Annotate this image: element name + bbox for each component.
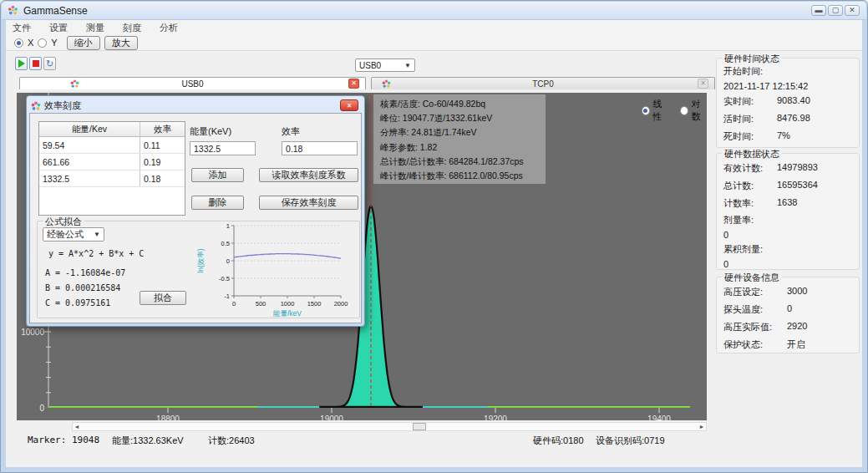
log-scale-radio[interactable] [680,106,688,115]
device-select[interactable]: USB0 ▼ [355,58,415,72]
svg-text:10000: 10000 [21,328,44,337]
axis-y-radio[interactable] [38,38,47,48]
title-bar[interactable]: GammaSense ▬ ▢ ✕ [2,2,866,20]
dialog-title: 效率刻度 [44,99,81,112]
dialog-client-area: 能量/Kev 效率 59.54 0.11 661.66 0.19 1332.5 … [29,113,362,323]
col-eff-header[interactable]: 效率 [140,122,185,136]
hv-actual-label: 高压实际值: [723,321,787,333]
device-select-value: USB0 [359,61,381,70]
linear-scale-radio[interactable] [642,106,650,115]
real-time-label: 实时间: [723,95,777,108]
zoom-out-button[interactable]: 缩小 [67,36,100,50]
scale-radio-group: 线性 对数 [642,98,707,123]
protect-state-row: 保护状态: 开启 [717,336,859,353]
hardware-data-group: 硬件数据状态 有效计数: 14979893 总计数: 16595364 计数率:… [716,153,860,270]
hv-set-label: 高压设定: [723,286,787,298]
axis-x-label: X [28,38,33,48]
menu-measure[interactable]: 测量 [86,22,104,34]
chevron-down-icon: ▼ [94,231,100,238]
count-rate-value: 1638 [777,197,797,210]
dead-time-value: 7% [777,130,790,143]
menu-calibration[interactable]: 刻度 [123,22,141,34]
efficiency-curve-chart: 10.50-0.5-10500100015002000ln(效率)能量/keV [195,222,360,318]
start-button[interactable] [15,57,28,70]
menu-file[interactable]: 文件 [13,22,31,34]
tab-tcp0-icon [382,79,391,89]
tab-usb0[interactable]: USB0 ✕ [19,77,366,89]
cell-eff: 0.18 [140,170,185,186]
scroll-right-icon[interactable]: ► [698,423,706,430]
window-title: GammaSense [23,5,88,17]
overlay-total-counts: 总计数/总计数率: 684284.1/82.37cps [380,155,539,169]
energy-input[interactable]: 1332.5 [190,141,256,155]
table-row[interactable]: 661.66 0.19 [39,154,185,170]
live-time-row: 活时间: 8476.98 [717,110,859,128]
count-rate-label: 计数率: [723,197,777,210]
add-button[interactable]: 添加 [191,168,244,182]
svg-text:19400: 19400 [647,415,671,420]
cell-energy: 1332.5 [39,170,140,186]
dead-time-row: 死时间: 7% [717,128,859,145]
overlay-peak-position: 峰位: 19047.7道/1332.61keV [380,111,539,125]
efficiency-table[interactable]: 能量/Kev 效率 59.54 0.11 661.66 0.19 1332.5 … [38,121,185,216]
counts-status: 计数:26403 [208,435,255,447]
coefficient-a: A = -1.16084e-07 [45,268,125,277]
real-time-row: 实时间: 9083.40 [717,93,859,110]
dialog-title-bar[interactable]: 效率刻度 ✕ [29,99,362,113]
axis-x-radio[interactable] [14,38,23,48]
hv-set-value: 3000 [787,286,807,298]
hv-actual-row: 高压实际值: 2920 [717,318,859,336]
hardware-device-title: 硬件设备信息 [722,272,782,284]
col-energy-header[interactable]: 能量/Kev [39,122,140,136]
menu-analysis[interactable]: 分析 [160,22,178,34]
real-time-value: 9083.40 [777,95,810,108]
formula-text: y = A*x^2 + B*x + C [48,249,144,258]
dead-time-label: 死时间: [723,130,777,143]
stop-button[interactable] [29,57,42,70]
energy-input-label: 能量(KeV) [190,125,231,138]
fit-button[interactable]: 拟合 [140,291,186,305]
close-button[interactable]: ✕ [845,5,860,16]
maximize-button[interactable]: ▢ [828,5,843,16]
save-calibration-button[interactable]: 保存效率刻度 [259,196,358,210]
fit-group-title: 公式拟合 [43,216,84,228]
refresh-button[interactable]: ↻ [43,57,56,70]
tab-tcp0[interactable]: TCP0 ✕ [371,77,715,89]
menu-settings[interactable]: 设置 [49,22,68,34]
svg-text:1500: 1500 [307,300,322,308]
scroll-left-icon[interactable]: ◄ [73,423,81,430]
marker-status: Marker: 19048 [28,435,99,445]
scrollbar-thumb[interactable] [413,423,426,430]
refresh-icon: ↻ [46,58,53,69]
svg-text:18800: 18800 [156,415,180,420]
formula-fit-group: 公式拟合 经验公式 ▼ y = A*x^2 + B*x + C A = -1.1… [37,221,360,318]
table-row[interactable]: 1332.5 0.18 [39,170,185,187]
table-row[interactable]: 59.54 0.11 [39,137,185,154]
svg-text:1: 1 [226,222,230,230]
read-coefficients-button[interactable]: 读取效率刻度系数 [259,168,358,182]
linear-scale-label: 线性 [653,98,668,123]
main-window: GammaSense ▬ ▢ ✕ 文件 设置 测量 刻度 分析 X Y 缩小 放… [0,0,868,473]
hardware-device-group: 硬件设备信息 高压设定: 3000 探头温度: 0 高压实际值: 2920 保护… [716,277,860,353]
formula-type-select[interactable]: 经验公式 ▼ [43,227,104,242]
svg-text:ln(效率): ln(效率) [196,248,205,272]
probe-temp-label: 探头温度: [723,303,787,316]
coefficient-b: B = 0.000216584 [45,283,120,292]
delete-button[interactable]: 删除 [191,196,244,210]
tab-usb0-close-icon[interactable]: ✕ [348,79,359,89]
dose-rate-value: 0 [717,228,859,242]
hv-actual-value: 2920 [787,321,807,333]
zoom-in-button[interactable]: 放大 [104,36,138,50]
overlay-nuclide: 核素/活度: Co-60/449.82bq [380,97,539,111]
cell-energy: 661.66 [39,154,140,170]
horizontal-scrollbar[interactable]: ◄ ► [72,422,707,431]
tab-tcp0-close-icon: ✕ [698,79,708,89]
probe-temp-row: 探头温度: 0 [717,301,859,318]
cell-eff: 0.11 [140,137,185,153]
svg-text:0.5: 0.5 [221,240,230,247]
minimize-button[interactable]: ▬ [811,5,826,16]
dialog-close-button[interactable]: ✕ [340,99,358,111]
svg-text:能量/keV: 能量/keV [272,309,302,318]
eff-input[interactable]: 0.18 [282,141,358,155]
tab-usb0-icon [70,79,79,89]
